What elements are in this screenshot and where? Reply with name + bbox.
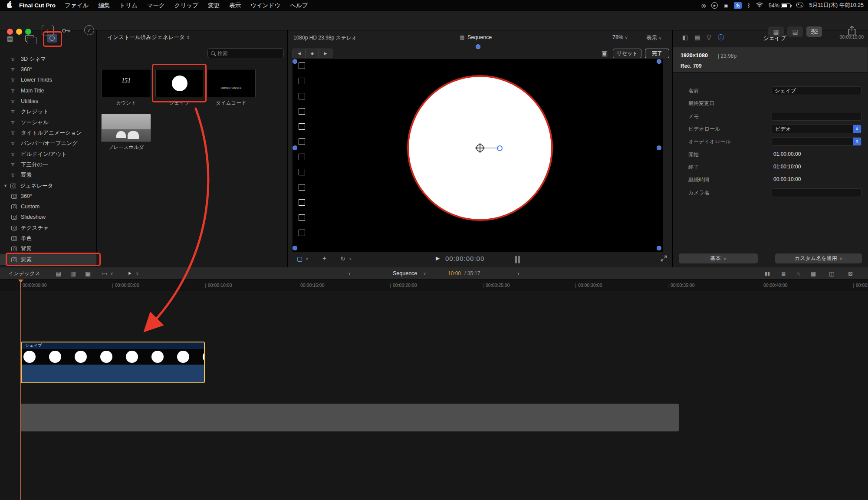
reset-button[interactable]: リセット (613, 49, 641, 58)
sidebar-item-build-in-out[interactable]: Tビルドイン/アウト (0, 149, 97, 159)
playhead-marker[interactable] (18, 280, 23, 283)
menubar-clock[interactable]: 5月11日(木) 午前10:25 (809, 2, 864, 9)
timeline-gap-clip[interactable] (21, 404, 679, 431)
sidebar-item-title-animation[interactable]: Tタイトルアニメーション (0, 128, 97, 138)
sidebar-item-3d-cinema[interactable]: T3D シネマ (0, 54, 97, 64)
search-input[interactable] (217, 50, 280, 56)
browser-scope-popup[interactable]: インストール済みジェネレータ ⇕ (103, 34, 194, 41)
zoom-window-button[interactable] (25, 29, 31, 35)
clip-appearance-icon[interactable]: ▦ (811, 267, 816, 280)
menu-clip[interactable]: クリップ (170, 2, 203, 10)
close-window-button[interactable] (7, 29, 13, 35)
apple-menu-icon[interactable] (7, 3, 12, 8)
chevron-down-icon[interactable]: ∨ (306, 257, 309, 261)
transform-handle-top[interactable] (476, 45, 480, 49)
add-keyframe-button[interactable]: ◆ (306, 49, 319, 58)
sidebar-item-main-title[interactable]: TMain Title (0, 86, 97, 96)
transform-handle[interactable] (657, 246, 661, 250)
shape-control-square[interactable] (299, 199, 305, 206)
transform-handle[interactable] (657, 59, 661, 63)
menu-edit[interactable]: 編集 (93, 2, 115, 10)
input-source-badge[interactable]: あ (734, 2, 742, 9)
next-keyframe-button[interactable]: ▶ (319, 49, 332, 58)
camera-name-field[interactable] (772, 188, 861, 197)
previous-keyframe-button[interactable]: ◀ (293, 49, 306, 58)
sidebar-item-elements-titles[interactable]: T要素 (0, 170, 97, 180)
play-button[interactable]: ▶ (436, 255, 440, 261)
import-media-button[interactable]: ↓ (42, 25, 54, 36)
titles-browser-icon[interactable]: ▤ (7, 35, 13, 43)
audio-meter-icon[interactable] (515, 256, 517, 263)
shape-control-square[interactable] (299, 169, 305, 175)
index-button[interactable]: インデックス (8, 267, 40, 280)
shape-control-square[interactable] (299, 123, 305, 130)
menu-file[interactable]: ファイル (60, 2, 93, 10)
sidebar-generators-header[interactable]: ▼ジェネレータ (0, 181, 97, 191)
video-inspector-icon[interactable]: ◧ (682, 34, 688, 41)
browser-item-timecode[interactable]: 00:00:04:23 (207, 69, 256, 97)
sidebar-item-gen-elements[interactable]: 要素 (0, 254, 97, 265)
sidebar-item-gen-360[interactable]: 360° (0, 191, 97, 201)
sidebar-item-lower-thirds[interactable]: TLower Thirds (0, 75, 97, 85)
notes-field[interactable] (772, 112, 861, 121)
menu-view[interactable]: 表示 (224, 2, 246, 10)
shape-control-square[interactable] (299, 230, 305, 236)
sidebar-item-bumper-opening[interactable]: Tバンパー/オープニング (0, 138, 97, 148)
background-tasks-button[interactable]: ✓ (84, 25, 94, 35)
transform-handle[interactable] (657, 146, 661, 150)
bluetooth-icon[interactable]: ᛒ (747, 3, 750, 9)
chevron-down-icon[interactable]: ∨ (136, 267, 139, 280)
sidebar-item-gen-slideshow[interactable]: Slideshow (0, 212, 97, 222)
insert-clip-icon[interactable]: ▥ (70, 267, 76, 280)
chevron-down-icon[interactable]: ∨ (349, 257, 352, 261)
done-button[interactable]: 完了 (645, 49, 669, 58)
timeline-sequence-name[interactable]: Sequence (393, 267, 417, 280)
enhancements-wand-icon[interactable]: ✦ (322, 255, 327, 262)
center-anchor-handle[interactable] (476, 144, 484, 152)
app-menu[interactable]: Final Cut Pro (15, 2, 60, 9)
basic-metadata-popup[interactable]: 基本∨ (679, 253, 758, 263)
shape-control-square[interactable] (299, 78, 305, 84)
menu-trim[interactable]: トリム (115, 2, 142, 10)
play-status-icon[interactable]: ▶ (711, 2, 718, 9)
filter-icon[interactable]: ▽ (707, 34, 711, 41)
transform-handle[interactable] (293, 59, 297, 63)
sidebar-item-gen-solid[interactable]: 単色 (0, 233, 97, 243)
append-clip-icon[interactable]: ▦ (85, 267, 91, 280)
sidebar-item-360[interactable]: T360° (0, 64, 97, 75)
chevron-down-icon[interactable]: ∨ (423, 267, 426, 280)
sidebar-item-credits[interactable]: Tクレジット (0, 106, 97, 117)
timeline-ruler[interactable]: 00:00:00:00 00:00:05:00 00:00:10:00 00:0… (0, 280, 868, 291)
sidebar-item-gen-texture[interactable]: テクスチャ (0, 223, 97, 233)
browser-grid-view-button[interactable]: ▦ (768, 26, 784, 37)
battery-status[interactable]: 54% (769, 3, 791, 9)
info-inspector-icon[interactable]: ⓘ (718, 34, 724, 42)
browser-search-field[interactable] (207, 48, 284, 58)
wifi-icon[interactable] (756, 2, 763, 9)
show-sidebar-icon[interactable]: ◫ (829, 267, 834, 280)
skimming-off-icon[interactable]: ⊠ (848, 267, 853, 280)
previous-sequence-button[interactable]: ‹ (349, 267, 351, 280)
menu-help[interactable]: ヘルプ (285, 2, 312, 10)
fullscreen-icon[interactable] (660, 255, 667, 264)
playhead-line[interactable] (20, 280, 21, 500)
shape-control-square[interactable] (299, 154, 305, 160)
retime-icon[interactable]: ↻ (340, 255, 345, 262)
shape-control-square[interactable] (299, 108, 305, 115)
browser-item-count[interactable]: 151 (101, 69, 151, 97)
screen-mirroring-icon[interactable]: ◎ (701, 3, 706, 9)
shareplay-icon[interactable]: ◉ (723, 3, 728, 9)
shape-control-square[interactable] (299, 184, 305, 191)
control-center-icon[interactable] (796, 3, 803, 9)
viewer-zoom-popup[interactable]: 78% ∨ (612, 34, 628, 40)
sidebar-item-lower-third-jp[interactable]: T下三分の一 (0, 159, 97, 170)
camera-name-input[interactable] (772, 190, 861, 196)
menu-window[interactable]: ウインドウ (246, 2, 285, 10)
audio-role-popup[interactable]: ⇕ (772, 137, 861, 146)
select-tool-icon[interactable]: ➤ (123, 269, 136, 278)
menu-modify[interactable]: 変更 (203, 2, 224, 10)
overwrite-clip-icon[interactable]: ▭ (102, 267, 107, 280)
waveform-icon[interactable]: ≣ (781, 267, 786, 280)
sidebar-item-social[interactable]: Tソーシャル (0, 117, 97, 128)
connect-clip-icon[interactable]: ▤ (56, 267, 61, 280)
